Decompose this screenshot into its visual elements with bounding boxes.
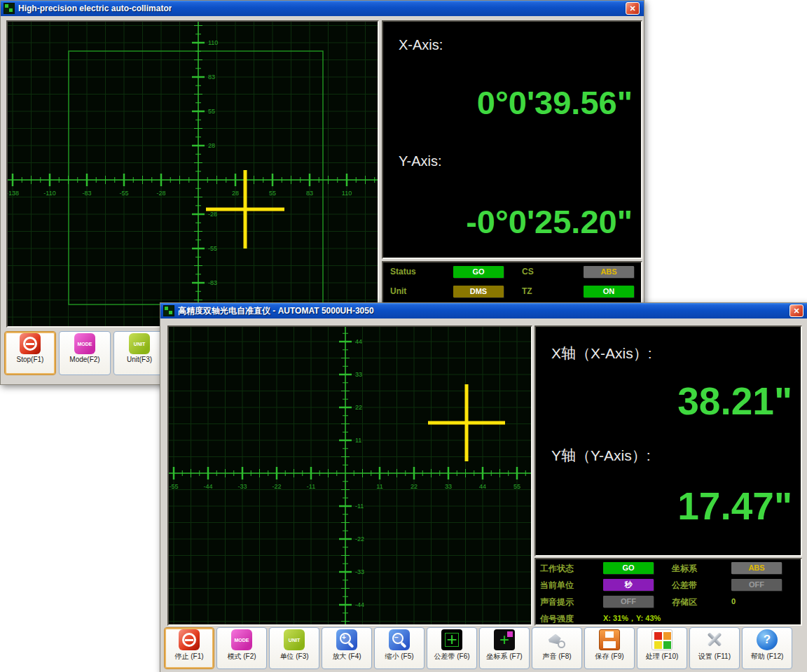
svg-text:55: 55 xyxy=(269,190,276,197)
status-badge: X: 31%，Y: 43% xyxy=(603,612,661,624)
status-label: 坐标系 xyxy=(672,563,697,575)
y-axis-value: 17.47" xyxy=(677,484,792,528)
status-badge: ON xyxy=(584,286,634,298)
status-badge: OFF xyxy=(731,579,782,591)
x-axis-value: 38.21" xyxy=(677,379,792,424)
button-label: 设置 (F11) xyxy=(698,652,731,662)
status-label: TZ xyxy=(522,286,532,296)
button-label: 坐标系 (F7) xyxy=(486,652,522,662)
status-label: 信号强度 xyxy=(540,613,574,625)
sound-icon xyxy=(546,629,567,650)
y-axis-value: -0°0'25.20" xyxy=(466,202,633,241)
readout-panel: X轴（X-Axis）: 38.21" Y轴（Y-Axis）: 17.47" xyxy=(534,326,802,556)
svg-text:33: 33 xyxy=(445,483,452,490)
button-mode[interactable]: MODEMode(F2) xyxy=(59,331,111,375)
svg-text:-83: -83 xyxy=(208,279,217,286)
unit-icon: UNIT xyxy=(284,629,305,650)
button-help[interactable]: 帮助 (F12) xyxy=(742,627,792,669)
svg-text:-22: -22 xyxy=(355,536,364,542)
svg-text:110: 110 xyxy=(208,39,218,46)
icon-text: MODE xyxy=(231,629,252,650)
x-axis-label: X轴（X-Axis）: xyxy=(551,344,652,363)
icon-text: MODE xyxy=(74,333,95,354)
close-button[interactable]: ✕ xyxy=(789,304,803,317)
status-label: Unit xyxy=(390,286,406,296)
svg-text:-33: -33 xyxy=(355,568,364,575)
icon-text: UNIT xyxy=(284,629,305,650)
svg-text:-11: -11 xyxy=(355,503,364,510)
status-panel: 工作状态GO坐标系ABS当前单位秒公差带OFF声音提示OFF存储区0信号强度X:… xyxy=(534,558,802,626)
status-badge: DMS xyxy=(453,286,504,298)
svg-text:-44: -44 xyxy=(355,601,364,608)
button-label: 模式 (F2) xyxy=(227,652,256,662)
button-label: Stop(F1) xyxy=(17,356,44,363)
x-axis-value: 0°0'39.56" xyxy=(477,83,633,122)
svg-text:-28: -28 xyxy=(156,190,165,197)
status-row: 信号强度X: 31%，Y: 43% xyxy=(536,611,801,626)
status-badge: 秒 xyxy=(603,579,654,591)
status-row: UnitDMSTZON xyxy=(383,284,641,302)
titlebar[interactable]: 高精度双轴光电自准直仪 - AUTOMAT 5000UH-3050 ✕ xyxy=(160,303,807,318)
svg-text:22: 22 xyxy=(355,404,362,411)
zoom-out-icon: − xyxy=(389,629,410,650)
svg-text:110: 110 xyxy=(342,190,352,197)
button-zoom-in[interactable]: +放大 (F4) xyxy=(322,627,372,669)
status-badge: OFF xyxy=(603,596,654,608)
window-title: High-precision electric auto-collimator xyxy=(18,4,172,13)
svg-text:44: 44 xyxy=(479,483,486,490)
scope-svg: -138-110-83-55-28285583110138110835528-2… xyxy=(8,22,378,326)
button-zoom-out[interactable]: −缩小 (F5) xyxy=(374,627,425,669)
status-row: 工作状态GO坐标系ABS xyxy=(536,561,801,576)
svg-text:-55: -55 xyxy=(169,483,178,490)
button-mode[interactable]: MODE模式 (F2) xyxy=(216,627,267,669)
mode-icon: MODE xyxy=(74,333,95,354)
button-label: 缩小 (F5) xyxy=(385,652,413,662)
svg-text:-138: -138 xyxy=(8,190,19,197)
stop-icon xyxy=(20,333,41,354)
status-row: 当前单位秒公差带OFF xyxy=(536,578,801,593)
svg-text:11: 11 xyxy=(355,437,361,444)
unit-icon: UNIT xyxy=(129,333,150,354)
icon-text: UNIT xyxy=(129,333,150,354)
button-label: 处理 (F10) xyxy=(646,652,679,662)
icon-sign: − xyxy=(392,633,401,641)
button-unit[interactable]: UNITUnit(F3) xyxy=(113,331,165,375)
button-unit[interactable]: UNIT单位 (F3) xyxy=(269,627,319,669)
button-coords[interactable]: 坐标系 (F7) xyxy=(479,627,530,669)
button-stop[interactable]: Stop(F1) xyxy=(4,331,56,375)
window-title: 高精度双轴光电自准直仪 - AUTOMAT 5000UH-3050 xyxy=(178,305,374,317)
svg-text:83: 83 xyxy=(306,190,313,197)
status-badge: ABS xyxy=(731,562,782,574)
button-settings[interactable]: 设置 (F11) xyxy=(689,627,740,669)
settings-icon xyxy=(704,629,725,650)
button-label: 放大 (F4) xyxy=(332,652,361,662)
button-label: 保存 (F9) xyxy=(595,652,623,662)
svg-text:83: 83 xyxy=(208,74,215,80)
x-axis-label: X-Axis: xyxy=(399,37,443,53)
status-row: StatusGOCSABS xyxy=(383,265,641,282)
button-label: 停止 (F1) xyxy=(174,652,203,662)
button-save[interactable]: 保存 (F9) xyxy=(584,627,635,669)
app-icon xyxy=(163,305,174,316)
tolerance-box xyxy=(69,51,323,304)
svg-text:22: 22 xyxy=(411,483,418,490)
status-label: CS xyxy=(522,267,534,276)
button-stop[interactable]: 停止 (F1) xyxy=(164,627,214,669)
button-tolerance[interactable]: 公差带 (F6) xyxy=(427,627,477,669)
status-label: 公差带 xyxy=(672,580,697,592)
scope-display: -55-44-33-22-11112233445544332211-11-22-… xyxy=(167,326,532,626)
button-label: 声音 (F8) xyxy=(542,652,571,662)
window-chinese-collimator: 高精度双轴光电自准直仪 - AUTOMAT 5000UH-3050 ✕ -55-… xyxy=(160,302,807,672)
status-row: 声音提示OFF存储区0 xyxy=(536,594,801,610)
close-button[interactable]: ✕ xyxy=(626,2,640,15)
status-badge: 0 xyxy=(731,596,736,608)
status-label: 声音提示 xyxy=(540,596,574,608)
button-process[interactable]: 处理 (F10) xyxy=(637,627,687,669)
svg-text:-55: -55 xyxy=(208,245,217,252)
titlebar[interactable]: High-precision electric auto-collimator … xyxy=(1,1,644,16)
svg-text:-110: -110 xyxy=(43,190,55,197)
button-label: 帮助 (F12) xyxy=(751,652,784,662)
y-axis-label: Y-Axis: xyxy=(399,153,442,169)
button-sound[interactable]: 声音 (F8) xyxy=(532,627,582,669)
svg-text:-22: -22 xyxy=(272,483,281,490)
